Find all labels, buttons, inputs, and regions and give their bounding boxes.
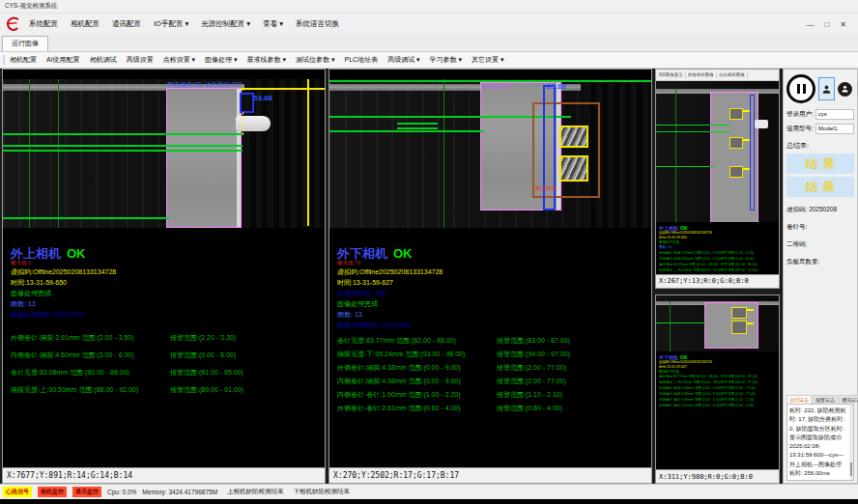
measurement-value: 卷针宽度:83.77mm 范围:(82.00 - 88.00) xyxy=(337,336,497,346)
memory-usage: Memory: 3424.41796875M xyxy=(142,489,217,495)
dashed-marker xyxy=(243,112,243,135)
defect-box xyxy=(729,137,743,149)
log-scrollbar[interactable] xyxy=(849,405,853,480)
window-title: CYS-视觉检测系统 xyxy=(5,2,58,11)
tab-run-image[interactable]: 运行图像 xyxy=(2,36,48,51)
menu-item[interactable]: 通讯配置 xyxy=(112,19,141,29)
camera1-barcode: 虚拟码:Offline20250208133134728 xyxy=(11,266,325,277)
measurement-value: 隔膜宽度-下:95.24mm 范围:(93.00 - 98.00) xyxy=(337,350,497,359)
toolbar-item[interactable]: 学习参数 ▾ xyxy=(430,55,462,65)
pause-button[interactable] xyxy=(786,74,815,103)
measurement-value-mini: 外侧卷针-隔膜:4.38mm 范围:(0.00 - 9.00) xyxy=(659,386,721,391)
toolbar-item[interactable]: 测试位参数 ▾ xyxy=(296,55,334,65)
measurement-alarm-range: 报警范围:(81.00 - 85.00) xyxy=(170,368,243,378)
menu-items: 系统配置相机配置通讯配置IO手配置 ▾光源控制配置 ▾查看 ▾系统语言切换 xyxy=(29,19,339,29)
camera1-done: 图像处理完成 xyxy=(11,288,325,298)
measurement-alarm-range: 报警范围:(2.00 - 77.00) xyxy=(497,377,566,386)
measurement-alarm-range: 报警范围:(94.00 - 97.00) xyxy=(497,350,570,359)
reference-vline xyxy=(58,79,59,228)
menu-item[interactable]: 相机配置 xyxy=(71,19,100,29)
inspected-part xyxy=(166,88,242,228)
toolbar-item[interactable]: 高级调试 ▾ xyxy=(387,55,419,65)
measurement-value: 内侧卷针-隔膜:4.60mm 范围:(3.00 - 6.00) xyxy=(11,350,170,360)
menu-item[interactable]: 光源控制配置 ▾ xyxy=(201,19,250,29)
camera2-image-view[interactable]: 23.88 AI检测区域 检测区域 xyxy=(329,70,651,228)
measurement-alarm-mini: 报警范围:(0.00 - 8.00) xyxy=(721,257,754,262)
thumbnail1-image[interactable] xyxy=(656,81,779,222)
toolbar: 相机配置AI使用配置相机调试高级设置点检设置 ▾图像处理 ▾基准线参数 ▾测试位… xyxy=(0,52,858,69)
measurement-row: 隔膜宽度-上:90.50mm 范围:(88.00 - 92.00) 报警范围:(… xyxy=(11,381,325,399)
toolbar-item[interactable]: PLC地址表 xyxy=(345,55,379,65)
toolbar-item[interactable]: 其它设置 ▾ xyxy=(472,55,503,65)
defect-value-mark xyxy=(743,168,750,170)
log-tab-run[interactable]: 运行日志 xyxy=(786,395,812,404)
menu-item[interactable]: 查看 ▾ xyxy=(263,19,283,29)
user-login-button[interactable] xyxy=(818,77,835,100)
title-bar: CYS-视觉检测系统 xyxy=(0,0,858,14)
measurement-row-mini: 隔膜宽度-上:90.50mm 范围:(88.00 - 92.00) 报警范围:(… xyxy=(659,267,779,273)
virtual-code-value: 20250208 xyxy=(809,206,837,212)
menu-item[interactable]: IO手配置 ▾ xyxy=(154,19,188,29)
camera1-measurements-mini: 外侧卷针-隔膜:2.91mm 范围:(2.00 - 3.50) 报警范围:(2.… xyxy=(659,250,779,273)
measurement-row: 内侧卷针-隔膜:4.60mm 范围:(3.00 - 6.00) 报警范围:(0.… xyxy=(11,347,325,364)
toolbar-item[interactable]: 图像处理 ▾ xyxy=(205,55,237,65)
app-logo-icon xyxy=(5,15,22,33)
log-tab-alarm[interactable]: 报警日志 xyxy=(813,395,838,404)
camera2-barcode: 虚拟码:Offline20250208133134728 xyxy=(337,266,651,277)
account-button[interactable] xyxy=(838,82,852,97)
reference-vline xyxy=(443,79,444,228)
model-value[interactable]: Model1 xyxy=(815,124,854,134)
camera2-result-mini: OK xyxy=(680,354,688,360)
thumbnail2-image[interactable] xyxy=(656,295,779,351)
measurement-row: 外侧卷针-隔膜:4.38mm 范围:(0.00 - 9.00) 报警范围:(2.… xyxy=(337,361,651,375)
thumbnail1-panel: NG图像显示所有相机图像当前相机图像 外上相机OK 虚拟码:Offline xyxy=(655,69,780,289)
camera1-panel: 53.88 静态阈值:93, 动态阈值:100 外上相机OK 曝光值:1 虚拟码… xyxy=(2,69,326,484)
camera2-ai-time: 使用AI耗时: 168 xyxy=(337,288,651,298)
toolbar-item[interactable]: 基准线参数 ▾ xyxy=(247,55,286,65)
lower-camera-defect-link[interactable]: 下相机缺陷检测结果 xyxy=(294,488,351,496)
detect-region-label: 检测区域 xyxy=(535,185,557,192)
camera-monitor-badge: 相机监控 xyxy=(38,487,67,497)
menu-item[interactable]: 系统配置 xyxy=(29,19,58,29)
thumbnail-tab[interactable]: NG图像显示 xyxy=(657,71,686,78)
measurement-alarm-mini: 报警范围:(1.10 - 2.10) xyxy=(721,398,754,403)
camera1-elapsed: 图像处理耗时: 256.00ms xyxy=(11,309,325,320)
measurement-alarm-range: 报警范围:(2.20 - 3.30) xyxy=(170,333,236,343)
toolbar-item[interactable]: 相机配置 xyxy=(10,55,37,65)
thumbnail-column: NG图像显示所有相机图像当前相机图像 外上相机OK 虚拟码:Offline xyxy=(655,69,780,484)
camera1-image-view[interactable]: 53.88 静态阈值:93, 动态阈值:100 xyxy=(3,70,325,228)
camera1-result: OK xyxy=(67,246,86,261)
thumbnail-tab[interactable]: 所有相机图像 xyxy=(686,71,717,78)
thumbnail2-panel: 外下相机OK 虚拟码:Offline20250208133134728 时间:1… xyxy=(655,294,780,484)
toolbar-item[interactable]: 点检设置 ▾ xyxy=(163,55,195,65)
maximize-button[interactable]: □ xyxy=(824,20,829,29)
thumbnail1-overlay-text: 外上相机OK 虚拟码:Offline20250208133134728 时间:1… xyxy=(656,222,779,274)
thumbnail-tab[interactable]: 当前相机图像 xyxy=(717,71,748,78)
measurement-alarm-mini: 报警范围:(83.00 - 87.00) xyxy=(721,375,758,379)
measure-line xyxy=(329,130,484,132)
measurement-alarm-range: 报警范围:(1.10 - 2.10) xyxy=(497,390,562,400)
roi-blue-box xyxy=(240,93,254,113)
pause-icon xyxy=(797,84,800,94)
measurement-row: 内侧卷针-卷针:1.90mm 范围:(1.00 - 2.20) 报警范围:(1.… xyxy=(337,388,651,402)
log-tab-comm[interactable]: 通讯日志 xyxy=(839,395,858,404)
close-button[interactable]: ✕ xyxy=(840,20,846,29)
measurement-row-mini: 外侧卷针-卷针:2.61mm 范围:(0.60 - 4.00) 报警范围:(0.… xyxy=(659,404,779,409)
camera2-result: OK xyxy=(393,246,413,261)
measurement-alarm-mini: 报警范围:(89.00 - 91.00) xyxy=(721,268,758,273)
model-label: 使用型号: xyxy=(786,125,814,133)
defect-box xyxy=(729,166,743,178)
menu-item[interactable]: 系统语言切换 xyxy=(296,19,339,29)
log-box[interactable]: 耗时: 222, 缺陷检测耗时: 17, 缺陷分类耗时: 0, 缺陷提取分区耗时… xyxy=(786,404,854,481)
camera2-elapsed: 图像处理耗时: 183.00ms xyxy=(337,320,651,330)
qr-code-label: 二维码: xyxy=(786,240,854,249)
toolbar-item[interactable]: 相机调试 xyxy=(90,55,117,65)
upper-camera-defect-link[interactable]: 上相机缺陷检测结果 xyxy=(227,488,284,496)
toolbar-item[interactable]: AI使用配置 xyxy=(46,55,80,65)
minimize-button[interactable]: — xyxy=(806,20,814,29)
camera2-title: 外下相机 xyxy=(337,246,387,261)
result-badge-2: 结果 xyxy=(786,177,854,197)
login-user-value[interactable]: cys xyxy=(815,109,854,120)
measurement-value: 隔膜宽度-上:90.50mm 范围:(88.00 - 92.00) xyxy=(11,385,170,395)
toolbar-item[interactable]: 高级设置 xyxy=(127,55,154,65)
